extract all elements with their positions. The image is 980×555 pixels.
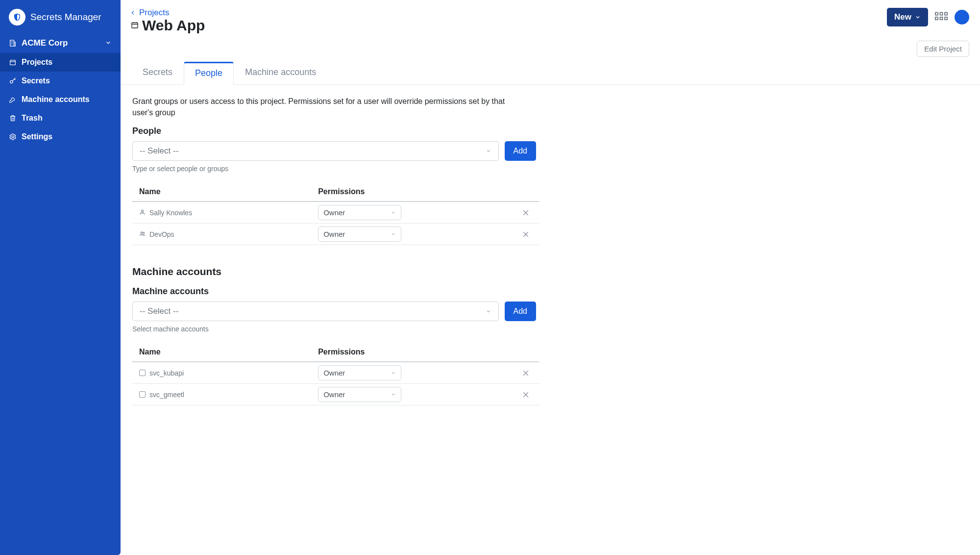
machines-select[interactable]: -- Select -- (132, 302, 499, 321)
svg-line-14 (14, 79, 15, 80)
sidebar-item-projects[interactable]: Projects (0, 53, 121, 72)
people-hint: Type or select people or groups (132, 165, 667, 173)
edit-project-button[interactable]: Edit Project (917, 41, 969, 57)
close-icon (522, 230, 530, 238)
group-name: DevOps (149, 230, 174, 238)
breadcrumb-label: Projects (139, 8, 169, 18)
new-button-label: New (894, 12, 911, 22)
table-row: svc_kubapi Owner (132, 362, 539, 384)
tab-people[interactable]: People (184, 62, 234, 85)
people-col-permissions: Permissions (311, 183, 513, 202)
tab-machine-accounts[interactable]: Machine accounts (234, 62, 327, 84)
project-icon (9, 58, 17, 66)
machines-hint: Select machine accounts (132, 325, 667, 333)
remove-button[interactable] (519, 206, 532, 219)
chevron-down-icon (915, 14, 921, 20)
content: Grant groups or users access to this pro… (121, 85, 679, 416)
topbar: Projects Web App New (121, 0, 980, 34)
sidebar-item-label: Secrets (22, 76, 50, 85)
machines-add-button[interactable]: Add (505, 302, 536, 321)
machines-table: Name Permissions svc_kubapi Owner (132, 344, 539, 405)
table-row: DevOps Owner (132, 224, 539, 245)
svg-rect-23 (935, 17, 938, 20)
sidebar-item-label: Machine accounts (22, 95, 90, 104)
org-name: ACME Corp (22, 38, 68, 48)
logo-icon (9, 9, 25, 25)
svg-rect-7 (14, 42, 16, 46)
chevron-down-icon (486, 308, 491, 314)
sidebar-item-trash[interactable]: Trash (0, 109, 121, 127)
apps-grid-icon[interactable] (935, 11, 948, 24)
svg-point-12 (10, 80, 13, 83)
remove-button[interactable] (519, 367, 532, 379)
new-button[interactable]: New (887, 8, 928, 26)
remove-button[interactable] (519, 388, 532, 401)
sidebar-item-machine-accounts[interactable]: Machine accounts (0, 90, 121, 109)
people-col-name: Name (132, 183, 311, 202)
tab-secrets[interactable]: Secrets (131, 62, 184, 84)
machines-col-permissions: Permissions (311, 344, 513, 362)
svg-rect-24 (940, 17, 942, 20)
machine-name: svc_gmeetl (149, 391, 184, 399)
sidebar-item-label: Trash (22, 114, 43, 123)
close-icon (522, 391, 530, 399)
key-icon (9, 77, 17, 85)
chevron-down-icon (391, 210, 396, 215)
permission-select[interactable]: Owner (318, 365, 401, 380)
group-icon (139, 230, 146, 238)
sidebar-item-secrets[interactable]: Secrets (0, 72, 121, 90)
sidebar-item-label: Projects (22, 58, 52, 67)
permission-value: Owner (323, 369, 345, 377)
permission-select[interactable]: Owner (318, 205, 401, 220)
svg-rect-8 (10, 60, 16, 65)
table-row: Sally Knowles Owner (132, 202, 539, 224)
machines-heading: Machine accounts (132, 266, 667, 278)
people-description: Grant groups or users access to this pro… (132, 96, 524, 118)
avatar[interactable] (955, 10, 969, 25)
svg-point-30 (143, 232, 145, 233)
svg-point-29 (141, 232, 142, 233)
chevron-down-icon (391, 370, 396, 376)
close-icon (522, 369, 530, 377)
sidebar-item-label: Settings (22, 132, 52, 141)
svg-rect-22 (945, 12, 947, 15)
machines-section-label: Machine accounts (132, 286, 667, 297)
org-selector[interactable]: ACME Corp (0, 33, 121, 53)
permission-select[interactable]: Owner (318, 227, 401, 242)
permission-value: Owner (323, 230, 345, 238)
svg-rect-20 (935, 12, 938, 15)
checkbox-icon (139, 391, 146, 398)
brand: Secrets Manager (0, 7, 121, 33)
person-icon (139, 209, 146, 217)
gear-icon (9, 133, 17, 141)
close-icon (522, 209, 530, 217)
permission-value: Owner (323, 208, 345, 217)
trash-icon (9, 114, 17, 122)
machine-name: svc_kubapi (149, 369, 184, 377)
people-table: Name Permissions Sally Knowles Owner (132, 183, 539, 245)
svg-rect-25 (945, 17, 947, 20)
svg-point-15 (12, 136, 14, 138)
people-select-placeholder: -- Select -- (140, 146, 178, 156)
permission-select[interactable]: Owner (318, 387, 401, 402)
chevron-down-icon (391, 231, 396, 237)
sidebar-item-settings[interactable]: Settings (0, 127, 121, 146)
people-add-button[interactable]: Add (505, 141, 536, 161)
machines-col-name: Name (132, 344, 311, 362)
chevron-down-icon (391, 392, 396, 397)
main: Projects Web App New (121, 0, 980, 555)
sidebar: Secrets Manager ACME Corp Projects S (0, 0, 121, 555)
people-select[interactable]: -- Select -- (132, 141, 499, 161)
remove-button[interactable] (519, 228, 532, 241)
chevron-down-icon (105, 39, 112, 48)
page-title: Web App (142, 17, 205, 34)
svg-rect-0 (10, 40, 14, 46)
table-row: svc_gmeetl Owner (132, 384, 539, 405)
project-icon (130, 21, 139, 31)
svg-rect-16 (132, 23, 138, 28)
checkbox-icon (139, 370, 146, 376)
breadcrumb[interactable]: Projects (130, 8, 205, 18)
chevron-down-icon (486, 148, 491, 154)
permission-value: Owner (323, 390, 345, 399)
person-name: Sally Knowles (149, 209, 192, 217)
